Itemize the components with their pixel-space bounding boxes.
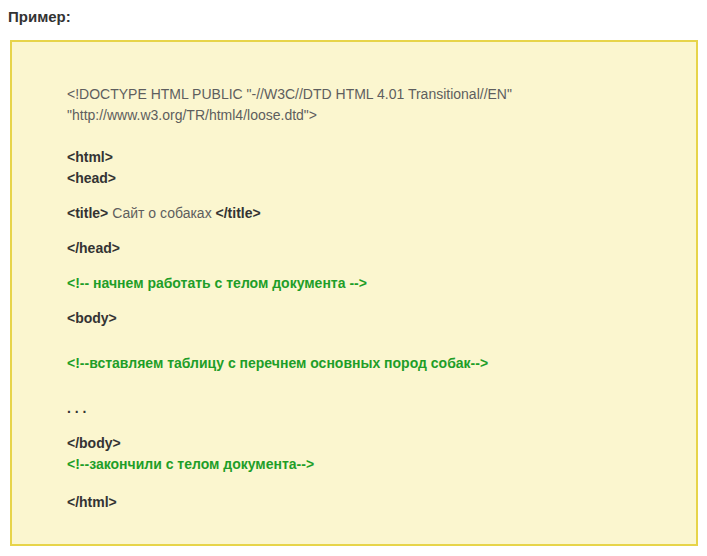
- code-segment-comment: <!--вставляем таблицу с перечнем основны…: [67, 355, 488, 371]
- code-segment-tag: </head>: [67, 240, 120, 256]
- code-line: </head>: [67, 238, 676, 259]
- code-line: <!--закончили с телом документа-->: [67, 454, 676, 475]
- code-segment-comment: <!-- начнем работать с телом документа -…: [67, 275, 367, 291]
- code-segment-plain: Сайт о собаках: [108, 205, 215, 221]
- example-heading: Пример:: [8, 8, 71, 25]
- code-example-box: <!DOCTYPE HTML PUBLIC "-//W3C//DTD HTML …: [10, 40, 698, 546]
- code-paragraph: <body>: [67, 308, 676, 329]
- code-paragraph: <!-- начнем работать с телом документа -…: [67, 273, 676, 294]
- code-paragraph: <title> Сайт о собаках </title>: [67, 203, 676, 224]
- code-segment-plain: <!DOCTYPE HTML PUBLIC "-//W3C//DTD HTML …: [67, 86, 512, 102]
- code-line: <html>: [67, 147, 676, 168]
- code-line: <head>: [67, 168, 676, 189]
- code-paragraph: </body><!--закончили с телом документа--…: [67, 433, 676, 475]
- code-paragraph: </head>: [67, 238, 676, 259]
- code-paragraph: . . .: [67, 398, 676, 419]
- code-line: <!--вставляем таблицу с перечнем основны…: [67, 353, 676, 374]
- code-line: <!DOCTYPE HTML PUBLIC "-//W3C//DTD HTML …: [67, 84, 676, 105]
- code-line: <body>: [67, 308, 676, 329]
- code-paragraph: <!--вставляем таблицу с перечнем основны…: [67, 353, 676, 374]
- code-segment-comment: <!--закончили с телом документа-->: [67, 456, 314, 472]
- code-line: <title> Сайт о собаках </title>: [67, 203, 676, 224]
- code-segment-tag: </html>: [67, 494, 117, 510]
- code-line: </html>: [67, 492, 676, 513]
- code-line: . . .: [67, 398, 676, 419]
- code-block: <!DOCTYPE HTML PUBLIC "-//W3C//DTD HTML …: [67, 84, 676, 513]
- code-segment-tag: <head>: [67, 170, 116, 186]
- code-segment-tag: </body>: [67, 435, 121, 451]
- code-paragraph: </html>: [67, 492, 676, 513]
- page: Пример: <!DOCTYPE HTML PUBLIC "-//W3C//D…: [0, 0, 707, 556]
- code-paragraph: <!DOCTYPE HTML PUBLIC "-//W3C//DTD HTML …: [67, 84, 676, 126]
- code-segment-tag: <title>: [67, 205, 108, 221]
- code-segment-tag: <html>: [67, 149, 113, 165]
- code-segment-tag: </title>: [216, 205, 261, 221]
- code-paragraph: <html><head>: [67, 147, 676, 189]
- code-segment-tag: <body>: [67, 310, 117, 326]
- code-line: <!-- начнем работать с телом документа -…: [67, 273, 676, 294]
- code-line: "http://www.w3.org/TR/html4/loose.dtd">: [67, 105, 676, 126]
- code-segment-plain: "http://www.w3.org/TR/html4/loose.dtd">: [67, 107, 317, 123]
- code-line: </body>: [67, 433, 676, 454]
- code-segment-tag: . . .: [67, 400, 86, 416]
